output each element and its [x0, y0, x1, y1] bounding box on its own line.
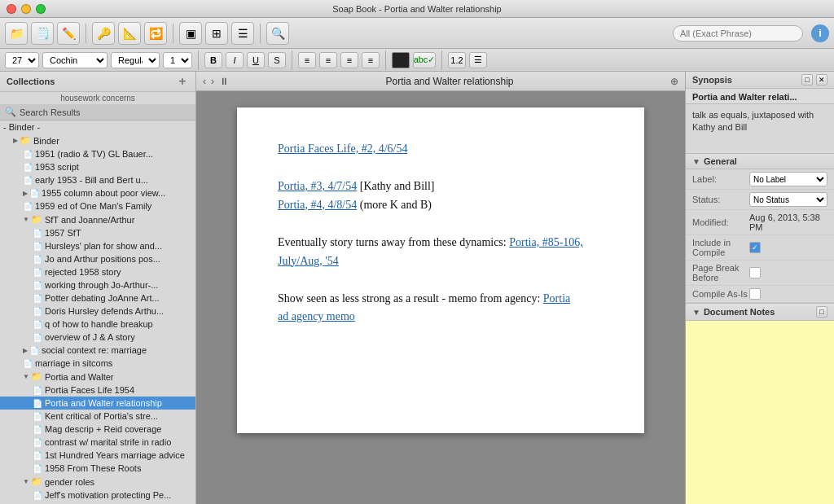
- sidebar-item-sft-folder[interactable]: ▼ 📁 SfT and Joanne/Arthur: [0, 213, 195, 226]
- layout1-button[interactable]: ▣: [179, 22, 202, 45]
- modified-field-row: Modified: Aug 6, 2013, 5:38 PM: [686, 210, 834, 235]
- portia-agency-link[interactable]: Portia: [543, 292, 570, 305]
- notepad-button[interactable]: 🗒️: [31, 22, 54, 45]
- label-field-row: Label: No Label: [686, 169, 834, 190]
- sidebar-tree[interactable]: ▶ 📁 Binder 📄 1951 (radio & TV) GL Bauer.…: [0, 134, 195, 504]
- sidebar-item-potter[interactable]: 📄 Potter debating JoAnne Art...: [0, 291, 195, 305]
- doc-paragraph-1: Portia Faces Life, #2, 4/6/54: [278, 140, 604, 158]
- sidebar-item-1953[interactable]: 📄 1953 script: [0, 160, 195, 173]
- spell-check-button[interactable]: abc✓: [413, 52, 436, 68]
- sidebar-item-social[interactable]: ▶ 📄 social context re: marriage: [0, 344, 195, 357]
- sidebar-item-mag[interactable]: 📄 Mag descrip + Reid coverage: [0, 423, 195, 436]
- nav-btn[interactable]: ⊕: [670, 76, 678, 87]
- expand-icon-sft[interactable]: ▼: [23, 216, 29, 223]
- general-section-header: ▼ General: [686, 153, 834, 169]
- modified-value: Aug 6, 2013, 5:38 PM: [749, 213, 827, 232]
- layout2-button[interactable]: ⊞: [205, 22, 228, 45]
- compile-as-checkbox[interactable]: [749, 288, 761, 300]
- justify-button[interactable]: ≡: [362, 52, 380, 68]
- size-select[interactable]: 14: [163, 52, 192, 68]
- add-collection-button[interactable]: +: [176, 75, 189, 88]
- sidebar-item-working[interactable]: 📄 working through Jo-Arthur-...: [0, 278, 195, 291]
- expand-icon-1955[interactable]: ▶: [23, 190, 28, 197]
- sidebar-item-gender-folder[interactable]: ▼ 📁 gender roles: [0, 475, 195, 489]
- key-button[interactable]: 🔑: [92, 22, 115, 45]
- sidebar-item-early1953[interactable]: 📄 early 1953 - Bill and Bert u...: [0, 173, 195, 186]
- zoom-select[interactable]: 271: [5, 52, 39, 68]
- sidebar-item-q[interactable]: 📄 q of how to handle breakup: [0, 318, 195, 331]
- sidebar: Collections + housework concerns 🔍 Searc…: [0, 72, 196, 504]
- ruler-button[interactable]: 📐: [118, 22, 141, 45]
- sidebar-item-portia-faces[interactable]: 📄 Portia Faces Life 1954: [0, 383, 195, 397]
- sidebar-item-contrast[interactable]: 📄 contrast w/ marital strife in radio: [0, 436, 195, 449]
- align-center-button[interactable]: ≡: [319, 52, 337, 68]
- label-select[interactable]: No Label: [749, 172, 827, 186]
- editor-container: ‹ › ⏸ Portia and Walter relationship ⊕ P…: [196, 72, 685, 504]
- sidebar-item-binder[interactable]: ▶ 📁 Binder: [0, 134, 195, 147]
- style-select[interactable]: Regular: [111, 52, 160, 68]
- sidebar-item-1951[interactable]: 📄 1951 (radio & TV) GL Bauer...: [0, 147, 195, 160]
- italic-button[interactable]: I: [226, 52, 244, 68]
- label-field-value[interactable]: No Label: [749, 172, 827, 186]
- sidebar-item-jo[interactable]: 📄 Jo and Arthur positions pos...: [0, 252, 195, 265]
- compile-as-checkbox-value[interactable]: [749, 288, 827, 300]
- new-folder-button[interactable]: 📁: [5, 22, 28, 45]
- edit-button[interactable]: ✏️: [57, 22, 80, 45]
- binder-label: - Binder -: [0, 121, 195, 134]
- close-button[interactable]: [7, 4, 16, 14]
- portia-3-link[interactable]: Portia, #3, 4/7/54: [278, 180, 357, 192]
- status-field-row: Status: No Status: [686, 190, 834, 210]
- line-spacing-btn[interactable]: 1.2: [448, 52, 466, 68]
- info-button[interactable]: i: [811, 24, 829, 42]
- pause-btn[interactable]: ⏸: [219, 76, 229, 87]
- return-button[interactable]: 🔁: [144, 22, 167, 45]
- minimize-button[interactable]: [21, 4, 31, 14]
- list-style-btn[interactable]: ☰: [469, 52, 487, 68]
- text-color-picker[interactable]: [392, 52, 410, 68]
- page-break-checkbox[interactable]: [749, 267, 761, 278]
- maximize-button[interactable]: [36, 4, 46, 14]
- page-break-checkbox-value[interactable]: [749, 267, 827, 278]
- list-button[interactable]: ☰: [231, 22, 254, 45]
- bold-button[interactable]: B: [204, 52, 222, 68]
- sidebar-item-1959[interactable]: 📄 1959 ed of One Man's Family: [0, 199, 195, 213]
- sidebar-item-doris[interactable]: 📄 Doris Hursley defends Arthu...: [0, 305, 195, 318]
- sidebar-item-marriage[interactable]: 📄 marriage in sitcoms: [0, 357, 195, 370]
- status-field-value[interactable]: No Status: [749, 192, 827, 207]
- general-section-title: General: [704, 156, 737, 166]
- forward-arrow[interactable]: ›: [211, 76, 214, 87]
- sidebar-item-rejected[interactable]: 📄 rejected 1958 story: [0, 265, 195, 278]
- align-left-button[interactable]: ≡: [298, 52, 316, 68]
- portia-4-link[interactable]: Portia, #4, 4/8/54: [278, 199, 357, 211]
- search-input[interactable]: [673, 25, 803, 42]
- portia-faces-link[interactable]: Portia Faces Life, #2, 4/6/54: [278, 142, 407, 155]
- underline-button[interactable]: U: [247, 52, 265, 68]
- strikethrough-button[interactable]: S: [268, 52, 286, 68]
- sidebar-item-jeffs[interactable]: 📄 Jeff's motivation protecting Pe...: [0, 489, 195, 502]
- separator-1: [86, 24, 86, 43]
- compile-checkbox[interactable]: ✓: [749, 242, 761, 253]
- sidebar-item-kent[interactable]: 📄 Kent critical of Portia's stre...: [0, 410, 195, 423]
- zoom-button[interactable]: 🔍: [266, 22, 289, 45]
- align-right-button[interactable]: ≡: [340, 52, 358, 68]
- editor-content[interactable]: Portia Faces Life, #2, 4/6/54 Portia, #3…: [196, 91, 685, 504]
- font-select[interactable]: Cochin: [42, 52, 108, 68]
- sidebar-item-1st-hundred[interactable]: 📄 1st Hundred Years marriage advice: [0, 449, 195, 462]
- synopsis-close-btn[interactable]: ✕: [816, 74, 827, 85]
- expand-icon[interactable]: ▶: [13, 137, 18, 144]
- sidebar-item-hursleys[interactable]: 📄 Hursleys' plan for show and...: [0, 239, 195, 252]
- doc-notes-expand-btn[interactable]: □: [816, 306, 827, 318]
- sidebar-item-1955[interactable]: ▶ 📄 1955 column about poor view...: [0, 186, 195, 199]
- sidebar-item-1958-roots[interactable]: 📄 1958 From These Roots: [0, 462, 195, 475]
- sidebar-item-overview[interactable]: 📄 overview of J & A story: [0, 331, 195, 344]
- sidebar-item-portia-folder[interactable]: ▼ 📁 Portia and Walter: [0, 370, 195, 383]
- sidebar-item-1957sft[interactable]: 📄 1957 SfT: [0, 226, 195, 239]
- sidebar-item-portia-walter[interactable]: 📄 Portia and Walter relationship: [0, 397, 195, 410]
- agency-memo-link[interactable]: ad agency memo: [278, 310, 355, 322]
- compile-checkbox-value[interactable]: ✓: [749, 242, 827, 253]
- back-arrow[interactable]: ‹: [203, 76, 206, 87]
- synopsis-collapse-btn[interactable]: □: [801, 74, 813, 85]
- window-controls[interactable]: [7, 4, 46, 14]
- status-select[interactable]: No Status: [749, 192, 827, 207]
- doc-notes-area[interactable]: [686, 321, 834, 504]
